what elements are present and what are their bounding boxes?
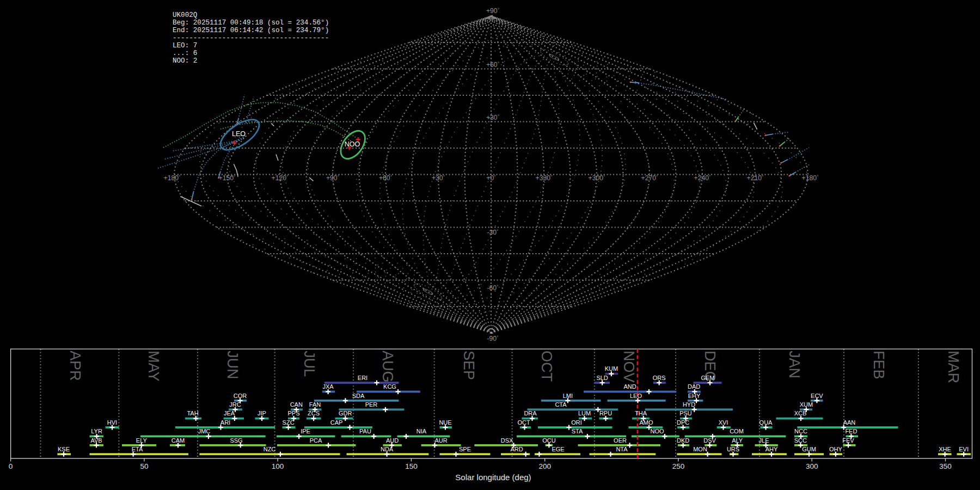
svg-text:ELY: ELY — [136, 437, 148, 444]
svg-text:CAP: CAP — [330, 419, 343, 426]
svg-text:350: 350 — [939, 462, 952, 470]
svg-text:DSV: DSV — [703, 437, 716, 444]
svg-text:JXA: JXA — [323, 383, 334, 390]
svg-text:PPS: PPS — [287, 410, 299, 416]
svg-text:DSX: DSX — [501, 437, 513, 444]
svg-text:AUD: AUD — [386, 437, 399, 444]
svg-text:COR: COR — [234, 393, 247, 399]
svg-text:COM: COM — [730, 428, 744, 434]
svg-text:APR: APR — [67, 351, 83, 381]
svg-text:LEO: LEO — [232, 130, 246, 138]
svg-text:DAD: DAD — [688, 383, 700, 390]
svg-text:MAR: MAR — [945, 351, 961, 383]
svg-text:+90°: +90° — [486, 7, 499, 15]
svg-text:DPC: DPC — [677, 419, 689, 426]
svg-text:CAN: CAN — [290, 401, 303, 408]
svg-text:XHE: XHE — [939, 446, 951, 452]
svg-text:XCB: XCB — [794, 410, 807, 416]
svg-text:GUM: GUM — [802, 446, 816, 452]
svg-text:RPU: RPU — [599, 410, 612, 416]
svg-text:ARI: ARI — [220, 419, 230, 426]
svg-text:KCG: KCG — [383, 383, 396, 390]
svg-text:End: 20251117 06:14:42 (sol =: End: 20251117 06:14:42 (sol = 234.79°) — [173, 27, 329, 34]
svg-text:URS: URS — [727, 446, 739, 452]
svg-text:+120°: +120° — [272, 174, 289, 182]
svg-text:+210°: +210° — [747, 174, 764, 182]
svg-text:NOO: 2: NOO: 2 — [173, 57, 197, 65]
svg-text:NUE: NUE — [439, 419, 451, 426]
svg-text:------------------------------: -------------------------------------- — [173, 34, 329, 42]
svg-text:PSU: PSU — [679, 410, 692, 416]
svg-text:ECV: ECV — [811, 393, 823, 399]
svg-text:ORS: ORS — [653, 375, 666, 381]
svg-text:AHY: AHY — [765, 446, 778, 452]
svg-text:PCA: PCA — [310, 437, 322, 444]
svg-text:FAN: FAN — [309, 401, 321, 408]
svg-text:300: 300 — [806, 462, 818, 470]
svg-text:JRC: JRC — [229, 401, 241, 408]
svg-text:JMC: JMC — [198, 428, 211, 434]
svg-text:AVB: AVB — [90, 437, 102, 444]
svg-text:150: 150 — [405, 462, 418, 470]
svg-text:MON: MON — [693, 446, 707, 452]
svg-text:+180°: +180° — [164, 174, 181, 182]
svg-text:ALY: ALY — [732, 437, 743, 444]
svg-text:SDA: SDA — [352, 393, 365, 399]
svg-text:+60°: +60° — [379, 174, 392, 182]
svg-text:AND: AND — [623, 383, 636, 390]
svg-text:ZCS: ZCS — [308, 410, 320, 416]
svg-text:ERI: ERI — [358, 375, 367, 381]
svg-text:OCU: OCU — [542, 437, 556, 444]
svg-text:NTA: NTA — [616, 446, 628, 452]
svg-text:LEO: 7: LEO: 7 — [173, 42, 197, 50]
svg-text:CAM: CAM — [171, 437, 185, 444]
svg-text:DKD: DKD — [677, 437, 689, 444]
svg-text:+240°: +240° — [694, 174, 711, 182]
svg-text:LUM: LUM — [578, 410, 591, 416]
svg-text:GDR: GDR — [339, 410, 352, 416]
svg-text:FED: FED — [845, 428, 857, 434]
svg-text:100: 100 — [272, 462, 284, 470]
svg-text:KUM: KUM — [605, 365, 618, 372]
svg-text:GEM: GEM — [701, 375, 714, 381]
svg-text:JUL: JUL — [301, 351, 317, 377]
svg-text:DRA: DRA — [524, 410, 537, 416]
svg-text:NCC: NCC — [794, 428, 807, 434]
svg-text:NZC: NZC — [264, 446, 276, 452]
svg-text:NOO: NOO — [345, 140, 360, 148]
svg-text:ETA: ETA — [132, 446, 143, 452]
svg-text:MAY: MAY — [145, 351, 162, 382]
svg-text:0: 0 — [9, 462, 13, 470]
svg-text:JUN: JUN — [224, 351, 241, 379]
svg-text:AMO: AMO — [639, 419, 653, 426]
svg-text:SLD: SLD — [596, 375, 608, 381]
svg-text:200: 200 — [538, 462, 551, 470]
svg-text:50: 50 — [140, 462, 148, 470]
svg-text:CTA: CTA — [555, 401, 567, 408]
svg-text:XUM: XUM — [800, 401, 813, 408]
svg-text:STA: STA — [572, 428, 583, 434]
svg-text:NIA: NIA — [416, 428, 427, 434]
svg-text:ORI: ORI — [571, 419, 582, 426]
svg-text:Beg: 20251117 00:49:18 (sol =: Beg: 20251117 00:49:18 (sol = 234.56°) — [173, 19, 329, 27]
svg-text:LMI: LMI — [563, 393, 573, 399]
svg-text:+150°: +150° — [219, 174, 236, 182]
svg-text:+60°: +60° — [486, 61, 499, 69]
svg-text:+300°: +300° — [589, 174, 605, 182]
svg-text:OHY: OHY — [829, 446, 843, 452]
svg-text:Solar longitude (deg): Solar longitude (deg) — [455, 473, 531, 482]
svg-text:TAH: TAH — [187, 410, 198, 416]
svg-text:+270°: +270° — [641, 174, 658, 182]
svg-text:UK002Q: UK002Q — [173, 11, 197, 19]
svg-text:OER: OER — [614, 437, 627, 444]
svg-text:OCT: OCT — [517, 419, 530, 426]
svg-text:KSE: KSE — [58, 446, 70, 452]
svg-text:PAU: PAU — [359, 428, 371, 434]
svg-text:NDA: NDA — [381, 446, 394, 452]
svg-text:FEV: FEV — [842, 437, 854, 444]
svg-text:SZC: SZC — [283, 419, 295, 426]
svg-text:+30°: +30° — [432, 174, 445, 182]
svg-text:LYR: LYR — [91, 428, 102, 434]
svg-text:AAN: AAN — [843, 419, 856, 426]
svg-text:FEB: FEB — [871, 351, 887, 379]
